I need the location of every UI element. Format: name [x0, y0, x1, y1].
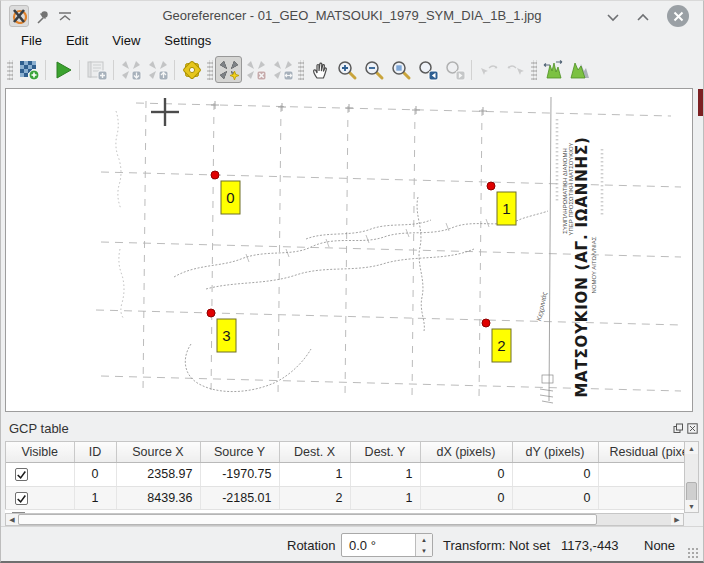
- gcp-header-row: Visible ID Source X Source Y Dest. X Des…: [6, 442, 684, 462]
- col-dest-y[interactable]: Dest. Y: [350, 442, 420, 462]
- zoom-next-button[interactable]: [441, 56, 468, 83]
- zoom-out-icon: [363, 59, 385, 81]
- gdal-script-icon: [86, 59, 108, 81]
- toolbar-drag-handle[interactable]: [207, 60, 213, 80]
- gcp-panel-title: GCP table: [9, 421, 69, 436]
- horizontal-scroll-thumb[interactable]: [18, 514, 597, 525]
- move-point-icon: [272, 59, 294, 81]
- id-cell: 1: [74, 486, 116, 510]
- col-residual[interactable]: Residual (pixels): [598, 442, 684, 462]
- gcp-marker-2: 2: [482, 319, 511, 362]
- gcp-row-0[interactable]: 0 2358.97 -1970.75 1 1 0 0: [6, 462, 684, 486]
- crosshair-cursor: [151, 98, 179, 126]
- load-gcp-points-button[interactable]: [117, 56, 144, 83]
- save-gcp-points-button[interactable]: [144, 56, 171, 83]
- transformation-settings-button[interactable]: [178, 56, 205, 83]
- map-canvas[interactable]: ΜΑΤΣΟΥΚΙΟΝ (ΑΓ. ΙΩΑΝΝΗΣ) ΥΠΕΡ ΠΡΟΣΩΤΙΚΗ …: [5, 88, 693, 412]
- menu-file[interactable]: File: [9, 31, 54, 53]
- menu-view[interactable]: View: [100, 31, 152, 53]
- dx-cell: 0: [420, 462, 512, 486]
- menubar: File Edit View Settings: [1, 31, 703, 53]
- scroll-down-icon[interactable]: ▼: [685, 500, 698, 512]
- maximize-icon[interactable]: [635, 10, 651, 26]
- col-dx[interactable]: dX (pixels): [420, 442, 512, 462]
- gcp-table: Visible ID Source X Source Y Dest. X Des…: [5, 441, 684, 513]
- check-icon: [16, 493, 27, 504]
- delete-point-button[interactable]: [242, 56, 269, 83]
- visible-checkbox-1[interactable]: [15, 492, 28, 505]
- vertical-scroll-thumb[interactable]: [686, 482, 697, 502]
- menu-edit[interactable]: Edit: [54, 31, 100, 53]
- menu-settings[interactable]: Settings: [152, 31, 223, 53]
- open-raster-button[interactable]: [15, 56, 42, 83]
- col-visible[interactable]: Visible: [6, 442, 74, 462]
- visible-cell: [6, 462, 74, 486]
- col-source-y[interactable]: Source Y: [200, 442, 279, 462]
- gcp-table-horizontal-scrollbar[interactable]: ◀ ▶: [5, 513, 684, 526]
- save-gcp-icon: [147, 59, 169, 81]
- source-y-cell: -1970.75: [200, 462, 279, 486]
- spin-down-icon[interactable]: ▼: [416, 545, 432, 556]
- zoom-in-button[interactable]: [333, 56, 360, 83]
- toolbar-drag-handle[interactable]: [7, 60, 13, 80]
- add-point-icon: [218, 59, 240, 81]
- start-georeferencing-button[interactable]: [49, 56, 76, 83]
- full-histogram-stretch-button[interactable]: [539, 56, 566, 83]
- gcp-row-1[interactable]: 1 8439.36 -2185.01 2 1 0 0: [6, 486, 684, 510]
- open-raster-icon: [18, 59, 40, 81]
- toolbar: [1, 53, 703, 86]
- check-icon: [16, 469, 27, 480]
- move-gcp-point-button[interactable]: [269, 56, 296, 83]
- map-sidenote-text: ΝΟΜΟΥ ΑΙΤΩΛ/ΝΙΑΣ: [591, 236, 597, 293]
- cursor-coordinates: 1173,-443: [561, 538, 619, 553]
- dest-x-cell[interactable]: 1: [279, 462, 350, 486]
- toolbar-drag-handle[interactable]: [298, 60, 304, 80]
- map-title-text: ΜΑΤΣΟΥΚΙΟΝ (ΑΓ. ΙΩΑΝΝΗΣ): [573, 136, 591, 397]
- titlebar[interactable]: Georeferencer - 01_GEO_MATSOUKI_1979_SYM…: [1, 1, 703, 31]
- panel-close-icon[interactable]: [687, 423, 698, 434]
- col-id[interactable]: ID: [74, 442, 116, 462]
- map-subtitle1-text: ΥΠΕΡ ΠΡΟΣΩΤΙΚΗ ΜΑΤΣΟΥΚΙΟΥ: [568, 143, 574, 236]
- local-histogram-stretch-button[interactable]: [566, 56, 593, 83]
- visible-cell: [6, 486, 74, 510]
- scroll-left-icon[interactable]: ◀: [6, 514, 18, 525]
- toolbar-drag-handle[interactable]: [531, 60, 537, 80]
- zoom-to-layer-button[interactable]: [387, 56, 414, 83]
- gcp-label-2: 2: [497, 337, 505, 354]
- col-dy[interactable]: dY (pixels): [512, 442, 598, 462]
- pan-button[interactable]: [306, 56, 333, 83]
- zoom-last-button[interactable]: [414, 56, 441, 83]
- col-dest-x[interactable]: Dest. X: [279, 442, 350, 462]
- dest-x-cell[interactable]: 2: [279, 486, 350, 510]
- spin-up-icon[interactable]: ▲: [416, 534, 432, 545]
- link-qgis-to-georeferencer-button[interactable]: [502, 56, 529, 83]
- add-point-button[interactable]: [215, 56, 242, 83]
- col-source-x[interactable]: Source X: [116, 442, 200, 462]
- close-button[interactable]: [667, 5, 689, 27]
- rotation-spinbox[interactable]: 0.0 ° ▲ ▼: [341, 533, 433, 557]
- scanned-map: ΜΑΤΣΟΥΚΙΟΝ (ΑΓ. ΙΩΑΝΝΗΣ) ΥΠΕΡ ΠΡΟΣΩΤΙΚΗ …: [6, 89, 694, 413]
- zoom-out-button[interactable]: [360, 56, 387, 83]
- scroll-right-icon[interactable]: ▶: [671, 514, 683, 525]
- generate-gdal-script-button[interactable]: [83, 56, 110, 83]
- statusbar: Rotation 0.0 ° ▲ ▼ Transform: Not set 11…: [1, 526, 703, 562]
- zoom-next-icon: [444, 59, 466, 81]
- link-georef-icon: [478, 59, 500, 81]
- link-georeferencer-to-qgis-button[interactable]: [475, 56, 502, 83]
- scroll-up-icon[interactable]: ▲: [685, 442, 698, 454]
- minimize-icon[interactable]: [605, 10, 621, 26]
- gcp-table-vertical-scrollbar[interactable]: ▲ ▼: [684, 441, 699, 513]
- close-icon: [673, 11, 684, 22]
- georeferencer-window: Georeferencer - 01_GEO_MATSOUKI_1979_SYM…: [0, 0, 704, 563]
- resize-grip[interactable]: [687, 547, 699, 559]
- visible-checkbox-0[interactable]: [15, 468, 28, 481]
- panel-float-icon[interactable]: [673, 423, 684, 434]
- dest-y-cell[interactable]: 1: [350, 462, 420, 486]
- dest-y-cell[interactable]: 1: [350, 486, 420, 510]
- source-x-cell: 2358.97: [116, 462, 200, 486]
- residual-cell: [598, 486, 684, 510]
- delete-point-icon: [245, 59, 267, 81]
- source-y-cell: -2185.01: [200, 486, 279, 510]
- dy-cell: 0: [512, 462, 598, 486]
- rotation-value[interactable]: 0.0 °: [349, 538, 376, 553]
